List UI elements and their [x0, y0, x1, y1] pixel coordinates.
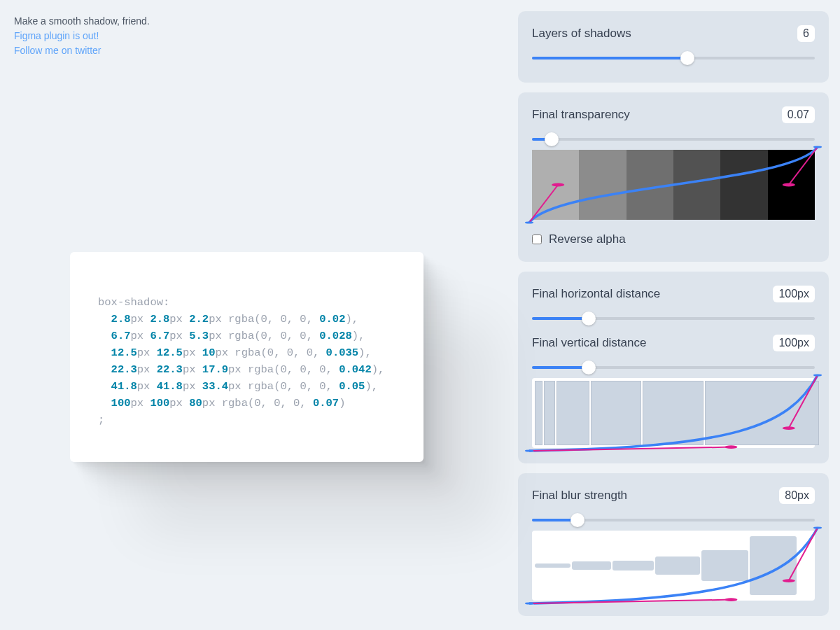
layers-slider[interactable] [532, 52, 815, 64]
reverse-alpha-label: Reverse alpha [549, 232, 626, 246]
svg-line-7 [789, 375, 818, 428]
layers-value: 6 [797, 25, 815, 42]
hdist-slider[interactable] [532, 312, 815, 325]
blur-value: 80px [779, 487, 815, 504]
svg-point-4 [552, 183, 564, 187]
svg-point-10 [724, 445, 737, 449]
panel-distance: Final horizontal distance 100px Final ve… [518, 272, 829, 463]
blur-label: Final blur strength [532, 489, 627, 503]
transparency-label: Final transparency [532, 108, 630, 122]
link-figma-plugin[interactable]: Figma plugin is out! [14, 29, 493, 43]
vdist-label: Final vertical distance [532, 336, 646, 350]
svg-point-17 [783, 579, 795, 582]
svg-point-14 [525, 602, 533, 604]
preview-area: Make a smooth shadow, friend. Figma plug… [0, 0, 507, 630]
svg-point-15 [813, 526, 822, 528]
transparency-slider[interactable] [532, 133, 815, 146]
blur-slider-thumb[interactable] [570, 513, 584, 527]
blur-slider[interactable] [532, 514, 815, 526]
panel-layers: Layers of shadows 6 [518, 11, 829, 83]
transparency-slider-thumb[interactable] [545, 132, 559, 146]
reverse-alpha-checkbox[interactable] [532, 234, 542, 244]
panel-transparency: Final transparency 0.07 Reverse alpha [518, 92, 829, 262]
svg-point-16 [724, 598, 737, 601]
transparency-value: 0.07 [782, 106, 815, 123]
svg-point-11 [783, 426, 795, 430]
svg-line-1 [789, 147, 818, 185]
svg-point-8 [525, 449, 533, 451]
hdist-label: Final horizontal distance [532, 287, 660, 301]
blur-curve-editor[interactable] [532, 531, 815, 601]
reverse-alpha-row[interactable]: Reverse alpha [532, 232, 815, 246]
svg-line-13 [789, 528, 818, 581]
svg-line-0 [529, 185, 558, 223]
vdist-slider-thumb[interactable] [582, 360, 596, 374]
hdist-slider-thumb[interactable] [582, 312, 596, 326]
css-output[interactable]: box-shadow:2.8px 2.8px 2.2px rgba(0, 0, … [98, 294, 396, 428]
layers-label: Layers of shadows [532, 27, 631, 41]
hdist-value: 100px [773, 286, 815, 302]
shadow-preview-card: box-shadow:2.8px 2.8px 2.2px rgba(0, 0, … [70, 252, 424, 462]
header: Make a smooth shadow, friend. Figma plug… [14, 14, 493, 58]
svg-point-9 [813, 374, 822, 376]
link-twitter[interactable]: Follow me on twitter [14, 43, 493, 58]
layers-slider-thumb[interactable] [680, 51, 694, 65]
vdist-value: 100px [773, 335, 815, 351]
svg-point-3 [813, 146, 822, 148]
page-title: Make a smooth shadow, friend. [14, 14, 493, 29]
controls-sidebar: Layers of shadows 6 Final transparency 0… [507, 0, 840, 630]
panel-blur: Final blur strength 80px [518, 473, 829, 616]
svg-point-5 [783, 183, 795, 187]
vdist-slider[interactable] [532, 361, 815, 374]
transparency-curve-editor[interactable] [532, 150, 815, 220]
svg-point-2 [525, 221, 533, 223]
distance-curve-editor[interactable] [532, 378, 815, 448]
